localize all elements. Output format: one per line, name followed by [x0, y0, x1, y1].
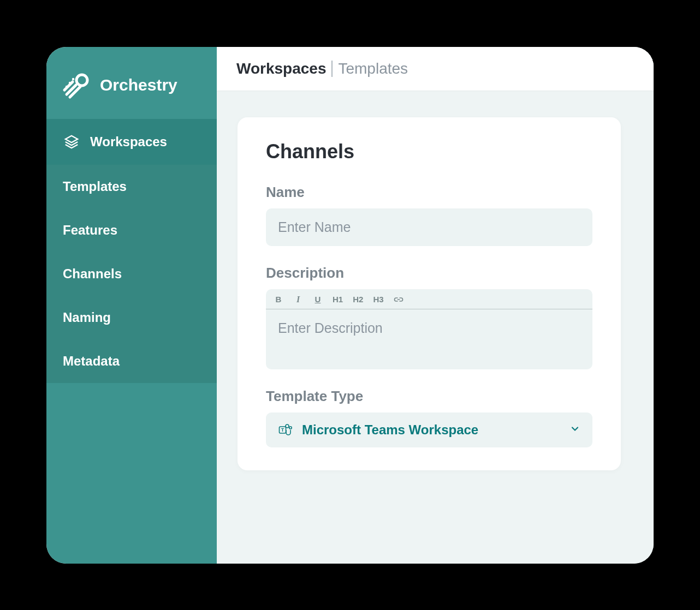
- sidebar-item-label: Metadata: [63, 354, 120, 369]
- card-title: Channels: [266, 140, 592, 163]
- h1-button[interactable]: H1: [333, 295, 343, 304]
- svg-point-3: [72, 77, 74, 80]
- sidebar-item-templates[interactable]: Templates: [46, 165, 217, 208]
- logo-icon: [62, 70, 92, 100]
- breadcrumb-secondary[interactable]: Templates: [338, 60, 408, 77]
- field-group-template-type: Template Type T Microsoft Teams Works: [266, 388, 592, 447]
- svg-point-7: [286, 424, 289, 428]
- sidebar-item-label: Naming: [63, 310, 111, 325]
- chevron-down-icon: [570, 423, 580, 436]
- sidebar-item-label: Workspaces: [90, 134, 167, 149]
- svg-text:T: T: [281, 427, 284, 433]
- svg-point-0: [76, 75, 87, 86]
- breadcrumb-primary[interactable]: Workspaces: [236, 60, 326, 77]
- sidebar-item-naming[interactable]: Naming: [46, 296, 217, 339]
- field-group-description: Description B I U H1 H2 H3: [266, 265, 592, 369]
- link-button[interactable]: [394, 295, 404, 304]
- italic-button[interactable]: I: [293, 295, 303, 304]
- logo: Orchestry: [46, 47, 217, 119]
- main: Workspaces Templates Channels Name Descr…: [217, 47, 654, 564]
- svg-point-1: [66, 85, 68, 87]
- breadcrumb: Workspaces Templates: [217, 47, 654, 91]
- sidebar-item-workspaces[interactable]: Workspaces: [46, 119, 217, 165]
- field-group-name: Name: [266, 184, 592, 246]
- editor-toolbar: B I U H1 H2 H3: [266, 289, 592, 309]
- template-type-label: Template Type: [266, 388, 592, 405]
- underline-button[interactable]: U: [313, 295, 323, 304]
- card-channels: Channels Name Description B I U H1 H2: [238, 117, 621, 470]
- breadcrumb-separator: [331, 61, 333, 77]
- svg-point-2: [69, 81, 71, 83]
- sidebar-item-channels[interactable]: Channels: [46, 252, 217, 296]
- sidebar-item-label: Features: [63, 223, 117, 238]
- svg-point-8: [289, 426, 292, 428]
- layers-icon: [63, 133, 80, 151]
- bold-button[interactable]: B: [274, 295, 283, 304]
- sidebar-item-metadata[interactable]: Metadata: [46, 339, 217, 383]
- sidebar-item-features[interactable]: Features: [46, 208, 217, 252]
- h3-button[interactable]: H3: [373, 295, 383, 304]
- logo-text: Orchestry: [100, 76, 177, 94]
- sidebar-item-label: Templates: [63, 179, 127, 194]
- template-type-select[interactable]: T Microsoft Teams Workspace: [266, 412, 592, 447]
- sidebar-item-label: Channels: [63, 266, 122, 282]
- h2-button[interactable]: H2: [353, 295, 363, 304]
- svg-marker-4: [66, 135, 78, 142]
- description-editor: B I U H1 H2 H3: [266, 289, 592, 369]
- sidebar: Orchestry Workspaces Templates Features …: [46, 47, 217, 564]
- template-type-value: Microsoft Teams Workspace: [302, 422, 561, 438]
- name-label: Name: [266, 184, 592, 201]
- description-label: Description: [266, 265, 592, 282]
- app-window: Orchestry Workspaces Templates Features …: [46, 47, 654, 564]
- teams-icon: T: [278, 422, 293, 438]
- description-input[interactable]: Enter Description: [266, 309, 592, 369]
- content: Channels Name Description B I U H1 H2: [217, 91, 654, 564]
- name-input[interactable]: [266, 208, 592, 246]
